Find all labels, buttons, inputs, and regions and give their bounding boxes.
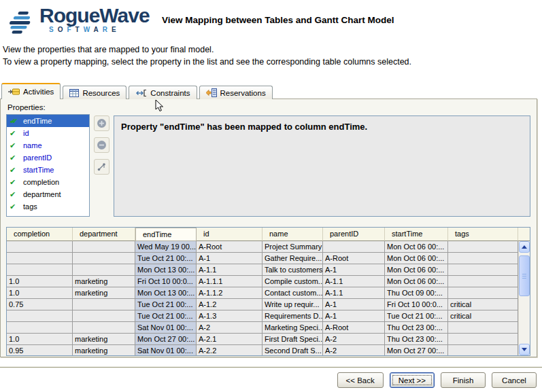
- cell-tags: [448, 264, 518, 276]
- remove-icon: [97, 140, 107, 150]
- cell-endTime: Tue Oct 21 00:...: [135, 310, 197, 322]
- property-item-label: startTime: [23, 166, 54, 174]
- property-item-id[interactable]: ✔id: [7, 127, 89, 139]
- cell-tags: critical: [448, 310, 518, 322]
- table-row[interactable]: Tue Oct 21 00:...A-1.3Requirements D...A…: [7, 310, 518, 322]
- column-header-id[interactable]: id: [197, 228, 262, 241]
- property-toolbar: [94, 115, 109, 175]
- logo-subtitle-letter: E: [112, 26, 120, 33]
- cell-name: Project Summary: [262, 241, 323, 253]
- cell-id: A-2: [197, 322, 262, 334]
- cell-startTime: Mon Oct 06 00:...: [385, 276, 448, 287]
- table-row[interactable]: 0.75Tue Oct 21 00:...A-1.2Write up requi…: [7, 299, 518, 310]
- properties-list: ✔✔endTime✔id✔name✔parentID✔startTime✔com…: [6, 114, 90, 217]
- cell-startTime: Tue Oct 21 00:...: [385, 310, 448, 322]
- wizard-buttons: << Back Next >> Finish Cancel: [337, 372, 537, 388]
- scroll-up-button[interactable]: [519, 241, 530, 253]
- tab-constraints[interactable]: Constraints: [129, 86, 197, 99]
- vertical-scrollbar[interactable]: [518, 241, 530, 355]
- cell-endTime: Sat Nov 01 00:...: [135, 322, 197, 334]
- table-row[interactable]: 1.0marketingFri Oct 10 00:0...A-1.1.1Com…: [7, 276, 518, 287]
- tab-resources[interactable]: Resources: [63, 86, 126, 99]
- cell-completion: [7, 310, 73, 322]
- logo-subtitle-letter: F: [67, 26, 75, 33]
- property-item-endTime[interactable]: ✔✔endTime: [7, 115, 89, 127]
- cell-startTime: Thu Oct 09 00:...: [385, 287, 448, 299]
- table-row[interactable]: Tue Oct 21 00:...A-1Gather Require...A-R…: [7, 253, 518, 264]
- property-item-tags[interactable]: ✔tags: [7, 200, 89, 213]
- cell-endTime: Tue Oct 21 00:...: [135, 253, 197, 264]
- column-header-completion[interactable]: completion: [7, 228, 73, 241]
- back-button[interactable]: << Back: [337, 372, 384, 388]
- property-item-completion[interactable]: ✔completion: [7, 176, 89, 188]
- table-row[interactable]: 1.0marketingMon Oct 13 00:...A-1.1.2Cont…: [7, 287, 518, 299]
- table-row[interactable]: Mon Oct 13 00:...A-1.1Talk to customersA…: [7, 264, 518, 276]
- description-line-2: To view a property mapping, select the p…: [3, 56, 411, 68]
- cell-parentID: A-2: [323, 345, 385, 355]
- footer-separator: [0, 367, 542, 368]
- cell-endTime: Sat Nov 01 00:...: [135, 345, 197, 355]
- tab-label: Resources: [82, 89, 120, 97]
- check-icon: ✔: [10, 129, 20, 138]
- cell-department: [73, 310, 135, 322]
- cell-id: A-1.1.2: [197, 287, 262, 299]
- scroll-down-button[interactable]: [519, 344, 530, 355]
- tab-label: Activities: [23, 88, 54, 96]
- property-item-startTime[interactable]: ✔startTime: [7, 164, 89, 176]
- table-row[interactable]: 0.95marketingSat Nov 01 00:...A-2.2Secon…: [7, 345, 518, 355]
- cell-id: A-1.3: [197, 310, 262, 322]
- check-icon: ✔: [10, 178, 20, 187]
- map-property-button[interactable]: [94, 159, 109, 175]
- cell-tags: [448, 241, 518, 253]
- logo-subtitle: SOFTWARE: [49, 26, 150, 33]
- property-item-label: endTime: [23, 117, 52, 125]
- table-row[interactable]: Sat Nov 01 00:...A-2Marketing Speci...A-…: [7, 322, 518, 334]
- roguewave-logo: RogueWave SOFTWARE: [5, 5, 150, 37]
- table-row[interactable]: Wed May 19 00...A-RootProject SummaryMon…: [7, 241, 518, 253]
- map-link-icon: [97, 162, 107, 172]
- cell-tags: [448, 334, 518, 345]
- column-header-parentID[interactable]: parentID: [323, 228, 385, 241]
- cell-tags: [448, 345, 518, 355]
- column-header-name[interactable]: name: [262, 228, 323, 241]
- property-item-parentID[interactable]: ✔parentID: [7, 152, 89, 164]
- tab-reservations[interactable]: Reservations: [199, 86, 273, 99]
- table-main: completiondepartmentendTimeidnameparentI…: [7, 228, 518, 355]
- logo-subtitle-letter: A: [94, 26, 103, 33]
- tab-activities[interactable]: Activities: [1, 83, 61, 99]
- cell-completion: 1.0: [7, 276, 73, 287]
- cell-parentID: A-Root: [323, 322, 385, 334]
- cancel-button[interactable]: Cancel: [492, 372, 537, 388]
- cell-department: [73, 253, 135, 264]
- table-row[interactable]: 1.0marketingMon Oct 27 00:...A-2.1First …: [7, 334, 518, 345]
- finish-button[interactable]: Finish: [441, 372, 486, 388]
- cell-department: marketing: [73, 334, 135, 345]
- cell-tags: [448, 287, 518, 299]
- cell-department: marketing: [73, 345, 135, 355]
- column-header-startTime[interactable]: startTime: [385, 228, 448, 241]
- add-icon: [97, 118, 107, 128]
- remove-property-button[interactable]: [94, 137, 109, 153]
- cell-name: Contact custom...: [262, 287, 323, 299]
- next-button[interactable]: Next >>: [390, 372, 435, 388]
- constraints-icon: [135, 89, 147, 97]
- check-icon: ✔: [10, 202, 20, 211]
- tab-label: Constraints: [150, 89, 190, 97]
- column-header-department[interactable]: department: [73, 228, 135, 241]
- table-body: Wed May 19 00...A-RootProject SummaryMon…: [7, 241, 518, 355]
- wave-logo-icon: [5, 10, 37, 37]
- cell-startTime: Mon Oct 06 00:...: [385, 253, 448, 264]
- column-header-tags[interactable]: tags: [448, 228, 518, 241]
- scrollbar-column: [518, 228, 530, 355]
- logo-subtitle-letter: W: [84, 26, 94, 33]
- property-item-department[interactable]: ✔department: [7, 188, 89, 200]
- column-header-endTime[interactable]: endTime: [135, 228, 197, 241]
- property-item-name[interactable]: ✔name: [7, 139, 89, 152]
- cell-startTime: Mon Oct 06 00:...: [385, 264, 448, 276]
- add-property-button[interactable]: [94, 115, 109, 131]
- cell-endTime: Mon Oct 13 00:...: [135, 264, 197, 276]
- cell-department: [73, 241, 135, 253]
- property-item-label: completion: [23, 178, 59, 186]
- scrollbar-thumb[interactable]: [519, 255, 530, 296]
- activities-icon: [8, 88, 20, 96]
